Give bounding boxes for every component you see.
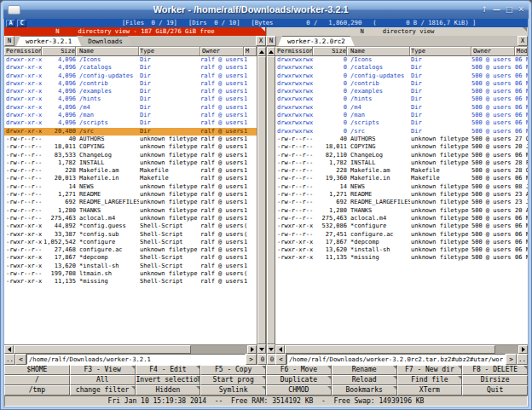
file-row[interactable]: -rwxr-xr-x44,892*config.guessShell-Scrip…	[4, 222, 257, 230]
column-header-m[interactable]: M	[244, 47, 257, 55]
mode-c-button[interactable]: C	[17, 20, 26, 27]
titlebar[interactable]: Worker - /home/ralf/Downloads/worker-3.2…	[3, 1, 529, 19]
tab-worker-3-2-1[interactable]: worker-3.2.1	[16, 36, 81, 46]
file-row[interactable]: -rw-r--r--27,451configure.acunknown file…	[275, 231, 528, 239]
left-vscrollbar[interactable]: 0	[257, 47, 266, 365]
shade-icon[interactable]: ↑	[481, 6, 488, 14]
dir-row[interactable]: drwxrwxrwx0/scriptsDir500 @ users06 N	[275, 119, 528, 127]
file-row[interactable]: -rwxr-xr-x33,387*config.subShell-Scriptr…	[4, 231, 257, 239]
file-row[interactable]: -rw-r--r--40AUTHORSunknown filetype500 @…	[275, 136, 528, 143]
bank-button-quit[interactable]: Quit	[462, 385, 528, 396]
right-hscrollbar[interactable]	[275, 344, 528, 354]
file-row[interactable]: -rwxr-xr-x532,086*configureunknown filet…	[275, 222, 528, 230]
bank-button-change-filter[interactable]: change filter	[70, 385, 136, 396]
left-back-button[interactable]: <	[15, 354, 26, 365]
column-header-modif[interactable]: Modif	[515, 47, 528, 55]
file-row[interactable]: -rw-r--r--18,011COPYINGunknown filetype5…	[275, 143, 528, 151]
dir-row[interactable]: drwxrwxrwx0/examplesDir500 @ users06 N	[275, 88, 528, 95]
dir-row[interactable]: drwxr-xr-x4,096/scriptsDirralf @ users1	[4, 119, 257, 127]
dir-row[interactable]: drwxrwxrwx0/manDir500 @ users06 N	[275, 112, 528, 119]
file-row[interactable]: -rw-r--r--27,468configure.acunknown file…	[4, 246, 257, 254]
file-row[interactable]: -rwxr-xr-x1,052,542*configureShell-Scrip…	[4, 239, 257, 246]
right-pane-banner[interactable]: N directory view	[266, 27, 528, 36]
file-row[interactable]: -rw-r--r--692README_LARGEFILESunknown fi…	[4, 199, 257, 206]
column-header-name[interactable]: Name	[347, 47, 410, 55]
bank-button-all[interactable]: All	[70, 375, 136, 385]
file-row[interactable]: -rw-r--r--275,463aclocal.m4unknown filet…	[275, 215, 528, 222]
file-row[interactable]: -rw-r--r--692README_LARGEFILESunknown fi…	[275, 199, 528, 206]
file-row[interactable]: -rw-r--r--228Makefile.amMakefileralf @ u…	[4, 167, 257, 175]
right-path-input[interactable]	[286, 354, 506, 365]
file-row[interactable]: -rw-r--r--1,271READMEunknown filetyperal…	[4, 191, 257, 199]
scroll-down-icon[interactable]	[257, 344, 266, 354]
file-row[interactable]: -rwxr-xr-x17,867*depcompunknown filetype…	[275, 239, 528, 246]
minimize-icon[interactable]: —	[493, 6, 500, 14]
left-path-input[interactable]	[26, 354, 246, 365]
file-row[interactable]: -rwxr-xr-x13,620*install-shunknown filet…	[275, 246, 528, 254]
scroll-right-icon[interactable]	[247, 345, 257, 354]
bank-button-f4-edit[interactable]: F4 - Edit	[136, 365, 201, 375]
dir-row[interactable]: drwxr-xr-x4,096/examplesDirralf @ users1	[4, 88, 257, 95]
right-forward-button[interactable]: >	[506, 354, 517, 365]
dir-row[interactable]: drwxrwxrwx0/catalogsDir500 @ users06 N	[275, 64, 528, 72]
bank-button-find-file[interactable]: Find file	[397, 375, 463, 385]
file-row[interactable]: -rwxr-xr-x11,135*missingShell-Scriptralf…	[4, 278, 257, 286]
scroll-up-icon[interactable]	[257, 47, 266, 56]
bank-button-duplicate[interactable]: Duplicate	[266, 375, 332, 385]
bank-button-chmod[interactable]: CHMOD	[266, 385, 332, 396]
scroll-left-icon[interactable]	[275, 345, 285, 354]
bank-button-xterm[interactable]: XTerm	[397, 385, 463, 396]
right-vscroll-thumb[interactable]	[267, 56, 275, 344]
file-row[interactable]: -rw-r--r--1,271READMEunknown filetype500…	[275, 191, 528, 199]
bank-button-f6-move[interactable]: F6 - Move	[266, 365, 332, 375]
left-pane-banner[interactable]: N directory view - 187 GiB/276 GiB free	[4, 27, 266, 36]
left-parent-dir-button[interactable]: ..	[4, 354, 15, 365]
mode-a-button[interactable]: A	[6, 20, 15, 27]
dir-row[interactable]: drwxrwxrwx0/contribDir500 @ users06 N	[275, 80, 528, 88]
file-row[interactable]: -rw-r--r--19,360Makefile.inMakefile500 @…	[275, 175, 528, 182]
file-row[interactable]: -rw-r--r--1,280THANKSunknown filetyperal…	[4, 207, 257, 215]
file-row[interactable]: -rw-r--r--275,463aclocal.m4unknown filet…	[4, 215, 257, 222]
file-row[interactable]: -rw-r--r--1,782INSTALLunknown filetype50…	[275, 159, 528, 167]
left-close-tab-button[interactable]: X	[256, 36, 266, 46]
scroll-up-icon[interactable]	[267, 47, 275, 56]
bank-button-dirsize[interactable]: Dirsize	[462, 375, 528, 385]
bank-button-invert-selection[interactable]: Invert selection	[136, 375, 201, 385]
dir-row[interactable]: drwxr-xr-x4,096/config-updatesDirralf @ …	[4, 72, 257, 80]
right-new-tab-button[interactable]: N	[266, 36, 276, 46]
bank-button-symlink[interactable]: Symlink	[200, 385, 266, 396]
left-vscroll-track[interactable]	[257, 56, 266, 344]
right-close-tab-button[interactable]: X	[518, 36, 528, 46]
left-hscrollbar[interactable]	[4, 344, 257, 354]
column-header-owner[interactable]: Owner	[200, 47, 244, 55]
bank-button-rename[interactable]: Rename	[332, 365, 397, 375]
file-row[interactable]: -rw-r--r--228Makefile.amMakefile500 @ us…	[275, 167, 528, 175]
file-row[interactable]: -rw-r--r--1,280THANKSunknown filetype500…	[275, 207, 528, 215]
dir-row[interactable]: drwxr-xr-x20,480/srcDirralf @ users1	[4, 128, 257, 136]
file-row[interactable]: -rw-r--r--18,011COPYINGunknown filetyper…	[4, 143, 257, 151]
bank-button-bookmarks[interactable]: Bookmarks	[332, 385, 397, 396]
bank-button-start-prog[interactable]: Start prog	[200, 375, 266, 385]
right-vscrollbar[interactable]: 0	[266, 47, 275, 365]
dir-row[interactable]: drwxr-xr-x4,096/IconsDirralf @ users1	[4, 56, 257, 64]
file-row[interactable]: -rw-r--r--14NEWSunknown filetype500 @ us…	[275, 183, 528, 191]
file-row[interactable]: -rw-r--r--20,013Makefile.inMakefileralf …	[4, 175, 257, 182]
file-row[interactable]: -rw-r--r--1,782INSTALLunknown filetypera…	[4, 159, 257, 167]
dir-row[interactable]: drwxrwxrwx0/hintsDir500 @ users06 N	[275, 95, 528, 103]
tab-downloads[interactable]: Downloads	[78, 36, 132, 46]
bank-button-f5-copy[interactable]: F5 - Copy	[200, 365, 266, 375]
close-icon[interactable]: ✕	[518, 6, 524, 14]
column-header-owner[interactable]: Owner	[471, 47, 515, 55]
bank-button-tmp[interactable]: /tmp	[4, 385, 70, 396]
column-header-type[interactable]: Type	[139, 47, 200, 55]
dir-row[interactable]: drwxr-xr-x4,096/manDirralf @ users1	[4, 112, 257, 119]
left-hscroll-thumb[interactable]	[14, 345, 191, 354]
dir-row[interactable]: drwxrwxrwx0/IconsDir500 @ users06 N	[275, 56, 528, 64]
file-row[interactable]: -rw-r--r--40AUTHORSunknown filetyperalf …	[4, 136, 257, 143]
bank-button-reload[interactable]: Reload	[332, 375, 397, 385]
file-row[interactable]: -rwxr-xr-x11,135*missingunknown filetype…	[275, 254, 528, 262]
bank-button-home[interactable]: $HOME	[4, 365, 70, 375]
column-header-name[interactable]: Name	[76, 47, 139, 55]
dir-row[interactable]: drwxr-xr-x4,096/hintsDirralf @ users1	[4, 95, 257, 103]
left-vscroll-thumb[interactable]	[257, 56, 266, 344]
